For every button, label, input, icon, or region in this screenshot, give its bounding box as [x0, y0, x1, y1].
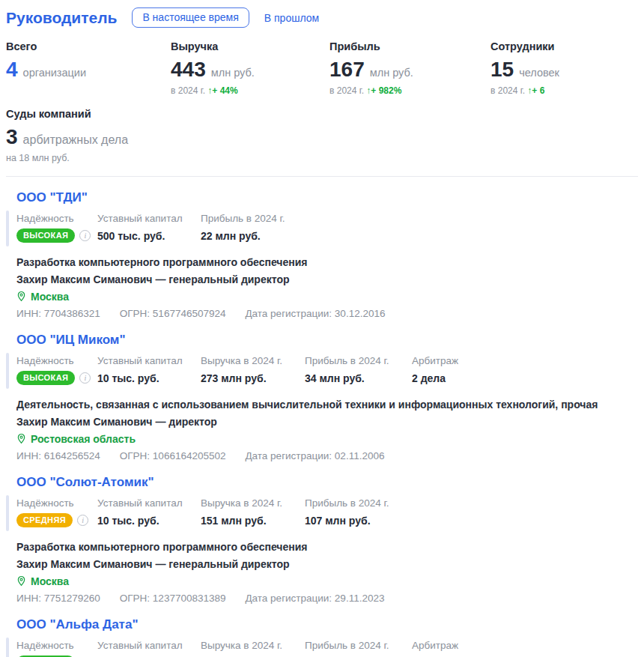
company-stats-row: НадёжностьВЫСОКАЯiУставный капитал500 ты…: [16, 211, 638, 246]
company-stat-label: Выручка в 2024 г.: [201, 355, 305, 366]
courts-unit: арбитражных дела: [23, 133, 128, 147]
location-label: Ростовская область: [31, 433, 136, 445]
company-stat-value: 273 млн руб.: [201, 372, 305, 384]
company-name-link[interactable]: ООО "Альфа Дата": [16, 617, 138, 632]
company-stat-value: 107 млн руб.: [305, 515, 412, 527]
activity-line: Разработка компьютерного программного об…: [16, 538, 638, 555]
company-card: ООО "Альфа Дата" НадёжностьВЫСОКАЯiУстав…: [6, 617, 638, 657]
company-stat-value: 34 млн руб.: [305, 372, 412, 384]
registry-line: ИНН: 7704386321 ОГРН: 5167746507924 Дата…: [16, 305, 638, 319]
company-stat-label: Выручка в 2024 г.: [201, 497, 305, 509]
summary-stat-unit: организации: [23, 67, 87, 79]
info-icon[interactable]: i: [79, 230, 91, 241]
info-icon[interactable]: i: [79, 372, 91, 384]
company-stat-label: Надёжность: [16, 497, 97, 509]
summary-stat-change: в 2024 г. ↑+ 6: [490, 85, 638, 96]
company-stat-label: Прибыль в 2024 г.: [305, 355, 412, 366]
company-stat: Выручка в 2024 г.18 млн руб.: [201, 640, 305, 657]
company-stat-label: Уставный капитал: [97, 497, 201, 509]
ogrn-value: ОГРН: 1066164205502: [120, 450, 226, 461]
person-line: Захир Максим Симанович — директор: [16, 413, 638, 430]
company-list: ООО "ТДИ" НадёжностьВЫСОКАЯiУставный кап…: [6, 190, 638, 657]
courts-label: Суды компаний: [6, 108, 638, 120]
summary-stat-label: Прибыль: [329, 40, 490, 52]
company-stats-row: НадёжностьВЫСОКАЯiУставный капитал10 тыс…: [16, 353, 638, 389]
company-details: Разработка компьютерного программного об…: [16, 538, 638, 604]
summary-stat-label: Выручка: [171, 40, 329, 52]
courts-value: 3: [6, 125, 18, 149]
company-stat: Арбитраж1 дело: [412, 640, 638, 657]
company-stat-label: Прибыль в 2024 г.: [305, 497, 412, 509]
tab-past-link[interactable]: В прошлом: [264, 12, 319, 24]
summary-stat-label: Всего: [6, 40, 171, 52]
location-pin-icon: [16, 575, 26, 587]
company-stat: Прибыль в 2024 г.3,4 млн руб.: [305, 640, 412, 657]
company-stat-label: Надёжность: [16, 355, 97, 366]
registration-date: Дата регистрации: 02.11.2006: [245, 450, 384, 461]
location-label: Москва: [31, 291, 69, 303]
company-stat-label: Арбитраж: [412, 355, 638, 366]
info-icon[interactable]: i: [77, 515, 88, 526]
company-stat: Уставный капитал10 тыс. руб.: [97, 355, 201, 385]
page-title: Руководитель: [6, 9, 117, 27]
company-stat-value: 10 тыс. руб.: [97, 515, 201, 527]
company-stat-value: 500 тыс. руб.: [97, 230, 201, 242]
registry-line: ИНН: 7751279260 ОГРН: 1237700831389 Дата…: [16, 590, 638, 604]
activity-line: Разработка компьютерного программного об…: [16, 253, 638, 270]
company-stat-value: 22 млн руб.: [201, 230, 305, 242]
registration-date: Дата регистрации: 29.11.2023: [245, 593, 384, 604]
company-stat: Выручка в 2024 г.273 млн руб.: [201, 355, 305, 385]
company-stat-value: 10 тыс. руб.: [97, 372, 201, 384]
company-card: ООО "ТДИ" НадёжностьВЫСОКАЯiУставный кап…: [6, 190, 638, 319]
company-stat-value: 2 дела: [412, 372, 638, 384]
company-stat: НадёжностьВЫСОКАЯi: [16, 355, 97, 385]
page: Руководитель В настоящее время В прошлом…: [0, 0, 644, 657]
activity-line: Деятельность, связанная с использованием…: [16, 396, 638, 413]
location-link[interactable]: Москва: [16, 288, 638, 305]
summary-stats: Всего 4 организации Выручка 443 млн руб.…: [6, 40, 638, 96]
company-stat: Прибыль в 2024 г.22 млн руб.: [201, 213, 305, 243]
company-stat-value: 151 млн руб.: [201, 515, 305, 527]
company-stat-label: Прибыль в 2024 г.: [201, 213, 305, 224]
company-stat: Уставный капитал500 тыс. руб.: [97, 213, 201, 243]
location-label: Москва: [31, 575, 69, 587]
summary-stat-change: в 2024 г. ↑+ 982%: [329, 85, 490, 96]
company-stat-label: Арбитраж: [412, 640, 638, 651]
summary-stat-value: 167: [329, 58, 365, 82]
company-name-link[interactable]: ООО "ИЦ Миком": [16, 333, 126, 348]
registration-date: Дата регистрации: 30.12.2016: [245, 308, 385, 319]
company-name-link[interactable]: ООО "Солют-Атомик": [16, 475, 154, 490]
reliability-badge: ВЫСОКАЯ: [16, 228, 75, 243]
company-stat-label: Надёжность: [16, 640, 97, 651]
summary-stat-unit: человек: [519, 67, 559, 79]
company-stats-row: НадёжностьСРЕДНЯЯiУставный капитал10 тыс…: [16, 495, 638, 531]
company-stat: Прибыль в 2024 г.107 млн руб.: [305, 497, 412, 527]
summary-stat-revenue: Выручка 443 млн руб. в 2024 г. ↑+ 44%: [171, 40, 329, 96]
company-stat-label: Уставный капитал: [97, 213, 201, 224]
registry-line: ИНН: 6164256524 ОГРН: 1066164205502 Дата…: [16, 447, 638, 461]
location-link[interactable]: Ростовская область: [16, 430, 638, 447]
inn-value: ИНН: 7751279260: [16, 593, 100, 604]
company-details: Деятельность, связанная с использованием…: [16, 396, 638, 461]
location-link[interactable]: Москва: [16, 572, 638, 590]
company-stat: Прибыль в 2024 г.34 млн руб.: [305, 355, 412, 385]
inn-value: ИНН: 7704386321: [16, 308, 100, 319]
ogrn-value: ОГРН: 5167746507924: [120, 308, 226, 319]
summary-stat-unit: млн руб.: [370, 67, 413, 79]
company-stat-label: Уставный капитал: [97, 355, 201, 366]
company-stats-row: НадёжностьВЫСОКАЯiУставный капитал100 ты…: [16, 638, 638, 657]
company-name-link[interactable]: ООО "ТДИ": [16, 190, 88, 205]
company-details: Разработка компьютерного программного об…: [16, 253, 638, 319]
company-stat: НадёжностьВЫСОКАЯi: [16, 213, 97, 243]
summary-stat-label: Сотрудники: [490, 40, 638, 52]
company-stat-label: Прибыль в 2024 г.: [305, 640, 412, 651]
tab-current-button[interactable]: В настоящее время: [132, 7, 249, 28]
summary-stat-value: 4: [6, 58, 18, 82]
company-stat-label: Выручка в 2024 г.: [201, 640, 305, 651]
summary-stat-value: 15: [490, 58, 514, 82]
company-stat: Уставный капитал10 тыс. руб.: [97, 497, 201, 527]
company-stat-label: Уставный капитал: [97, 640, 201, 651]
reliability-badge: СРЕДНЯЯ: [16, 513, 73, 527]
location-pin-icon: [16, 433, 26, 444]
reliability-badge: ВЫСОКАЯ: [16, 371, 75, 385]
